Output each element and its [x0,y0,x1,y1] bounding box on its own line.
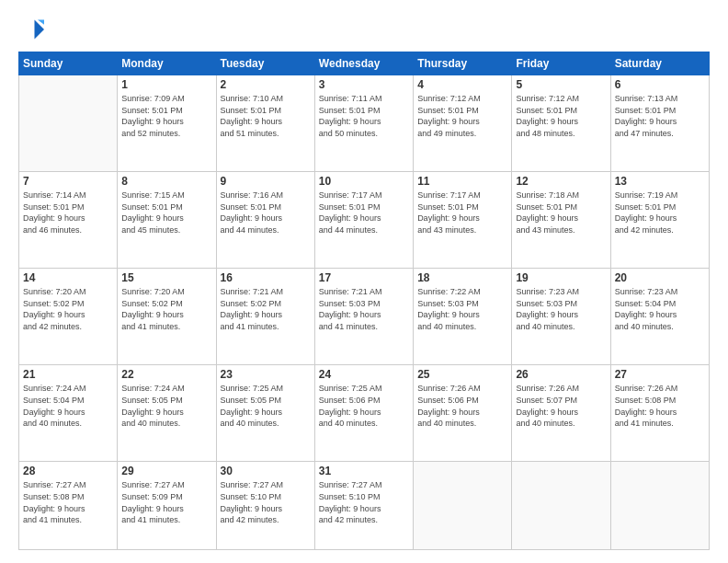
calendar-cell: 27Sunrise: 7:26 AM Sunset: 5:08 PM Dayli… [610,365,709,462]
day-number: 24 [319,368,409,381]
day-info: Sunrise: 7:26 AM Sunset: 5:08 PM Dayligh… [615,383,705,429]
day-number: 22 [121,368,211,381]
calendar-cell: 17Sunrise: 7:21 AM Sunset: 5:03 PM Dayli… [314,269,413,365]
day-number: 25 [417,368,507,381]
calendar-cell: 13Sunrise: 7:19 AM Sunset: 5:01 PM Dayli… [610,172,709,269]
day-info: Sunrise: 7:10 AM Sunset: 5:01 PM Dayligh… [221,93,311,139]
day-number: 9 [221,175,311,188]
day-number: 27 [615,368,705,381]
day-header-sunday: Sunday [19,52,118,75]
calendar-cell: 10Sunrise: 7:17 AM Sunset: 5:01 PM Dayli… [314,172,413,269]
day-number: 15 [121,271,211,284]
calendar-header-row: SundayMondayTuesdayWednesdayThursdayFrid… [19,52,710,75]
header [18,17,710,42]
calendar-week-2: 7Sunrise: 7:14 AM Sunset: 5:01 PM Daylig… [19,172,710,269]
day-info: Sunrise: 7:17 AM Sunset: 5:01 PM Dayligh… [417,190,507,236]
day-number: 17 [319,271,409,284]
svg-marker-1 [38,20,44,25]
day-number: 20 [615,271,705,284]
calendar-cell: 6Sunrise: 7:13 AM Sunset: 5:01 PM Daylig… [610,75,709,172]
day-info: Sunrise: 7:25 AM Sunset: 5:05 PM Dayligh… [221,383,311,429]
calendar-cell: 26Sunrise: 7:26 AM Sunset: 5:07 PM Dayli… [512,365,610,462]
calendar-cell: 30Sunrise: 7:27 AM Sunset: 5:10 PM Dayli… [216,462,314,550]
day-info: Sunrise: 7:27 AM Sunset: 5:10 PM Dayligh… [221,479,311,525]
calendar-cell: 22Sunrise: 7:24 AM Sunset: 5:05 PM Dayli… [118,365,216,462]
calendar-week-4: 21Sunrise: 7:24 AM Sunset: 5:04 PM Dayli… [19,365,710,462]
day-number: 10 [319,175,409,188]
day-number: 4 [417,78,507,91]
calendar-cell: 20Sunrise: 7:23 AM Sunset: 5:04 PM Dayli… [610,269,709,365]
day-info: Sunrise: 7:27 AM Sunset: 5:09 PM Dayligh… [121,479,211,525]
calendar-cell: 9Sunrise: 7:16 AM Sunset: 5:01 PM Daylig… [216,172,314,269]
page: SundayMondayTuesdayWednesdayThursdayFrid… [0,0,728,563]
day-number: 1 [121,78,211,91]
calendar-cell: 25Sunrise: 7:26 AM Sunset: 5:06 PM Dayli… [414,365,512,462]
day-info: Sunrise: 7:26 AM Sunset: 5:07 PM Dayligh… [516,383,606,429]
calendar-cell [19,75,118,172]
day-number: 30 [221,465,311,477]
day-number: 23 [221,368,311,381]
day-number: 13 [615,175,705,188]
day-number: 18 [417,271,507,284]
day-number: 8 [121,175,211,188]
day-info: Sunrise: 7:22 AM Sunset: 5:03 PM Dayligh… [417,286,507,332]
calendar-cell: 18Sunrise: 7:22 AM Sunset: 5:03 PM Dayli… [414,269,512,365]
calendar-cell [414,462,512,550]
calendar-cell: 31Sunrise: 7:27 AM Sunset: 5:10 PM Dayli… [314,462,413,550]
day-number: 14 [23,271,113,284]
calendar-cell: 23Sunrise: 7:25 AM Sunset: 5:05 PM Dayli… [216,365,314,462]
calendar-cell: 3Sunrise: 7:11 AM Sunset: 5:01 PM Daylig… [314,75,413,172]
calendar: SundayMondayTuesdayWednesdayThursdayFrid… [18,52,710,550]
calendar-cell: 29Sunrise: 7:27 AM Sunset: 5:09 PM Dayli… [118,462,216,550]
calendar-week-3: 14Sunrise: 7:20 AM Sunset: 5:02 PM Dayli… [19,269,710,365]
day-number: 28 [23,465,113,477]
day-number: 7 [23,175,113,188]
day-header-monday: Monday [118,52,216,75]
calendar-week-1: 1Sunrise: 7:09 AM Sunset: 5:01 PM Daylig… [19,75,710,172]
day-number: 19 [516,271,606,284]
calendar-cell: 7Sunrise: 7:14 AM Sunset: 5:01 PM Daylig… [19,172,118,269]
day-number: 11 [417,175,507,188]
day-info: Sunrise: 7:24 AM Sunset: 5:04 PM Dayligh… [23,383,113,429]
day-info: Sunrise: 7:13 AM Sunset: 5:01 PM Dayligh… [615,93,705,139]
day-number: 5 [516,78,606,91]
day-header-wednesday: Wednesday [314,52,413,75]
calendar-cell: 1Sunrise: 7:09 AM Sunset: 5:01 PM Daylig… [118,75,216,172]
calendar-cell: 2Sunrise: 7:10 AM Sunset: 5:01 PM Daylig… [216,75,314,172]
calendar-cell [610,462,709,550]
day-number: 29 [121,465,211,477]
calendar-cell: 15Sunrise: 7:20 AM Sunset: 5:02 PM Dayli… [118,269,216,365]
day-info: Sunrise: 7:17 AM Sunset: 5:01 PM Dayligh… [319,190,409,236]
day-info: Sunrise: 7:19 AM Sunset: 5:01 PM Dayligh… [615,190,705,236]
day-info: Sunrise: 7:21 AM Sunset: 5:03 PM Dayligh… [319,286,409,332]
day-info: Sunrise: 7:26 AM Sunset: 5:06 PM Dayligh… [417,383,507,429]
day-info: Sunrise: 7:25 AM Sunset: 5:06 PM Dayligh… [319,383,409,429]
day-info: Sunrise: 7:16 AM Sunset: 5:01 PM Dayligh… [221,190,311,236]
day-info: Sunrise: 7:20 AM Sunset: 5:02 PM Dayligh… [121,286,211,332]
day-header-saturday: Saturday [610,52,709,75]
day-info: Sunrise: 7:12 AM Sunset: 5:01 PM Dayligh… [516,93,606,139]
day-number: 12 [516,175,606,188]
day-header-thursday: Thursday [414,52,512,75]
day-info: Sunrise: 7:23 AM Sunset: 5:03 PM Dayligh… [516,286,606,332]
day-number: 31 [319,465,409,477]
day-info: Sunrise: 7:27 AM Sunset: 5:08 PM Dayligh… [23,479,113,525]
calendar-cell: 24Sunrise: 7:25 AM Sunset: 5:06 PM Dayli… [314,365,413,462]
logo [18,17,48,42]
day-info: Sunrise: 7:23 AM Sunset: 5:04 PM Dayligh… [615,286,705,332]
day-info: Sunrise: 7:15 AM Sunset: 5:01 PM Dayligh… [121,190,211,236]
day-info: Sunrise: 7:18 AM Sunset: 5:01 PM Dayligh… [516,190,606,236]
calendar-cell: 4Sunrise: 7:12 AM Sunset: 5:01 PM Daylig… [414,75,512,172]
day-number: 2 [221,78,311,91]
calendar-cell: 14Sunrise: 7:20 AM Sunset: 5:02 PM Dayli… [19,269,118,365]
calendar-cell: 5Sunrise: 7:12 AM Sunset: 5:01 PM Daylig… [512,75,610,172]
day-info: Sunrise: 7:09 AM Sunset: 5:01 PM Dayligh… [121,93,211,139]
day-number: 21 [23,368,113,381]
day-header-friday: Friday [512,52,610,75]
calendar-cell: 19Sunrise: 7:23 AM Sunset: 5:03 PM Dayli… [512,269,610,365]
day-number: 16 [221,271,311,284]
calendar-cell [512,462,610,550]
logo-icon [18,17,44,42]
calendar-cell: 21Sunrise: 7:24 AM Sunset: 5:04 PM Dayli… [19,365,118,462]
calendar-cell: 16Sunrise: 7:21 AM Sunset: 5:02 PM Dayli… [216,269,314,365]
